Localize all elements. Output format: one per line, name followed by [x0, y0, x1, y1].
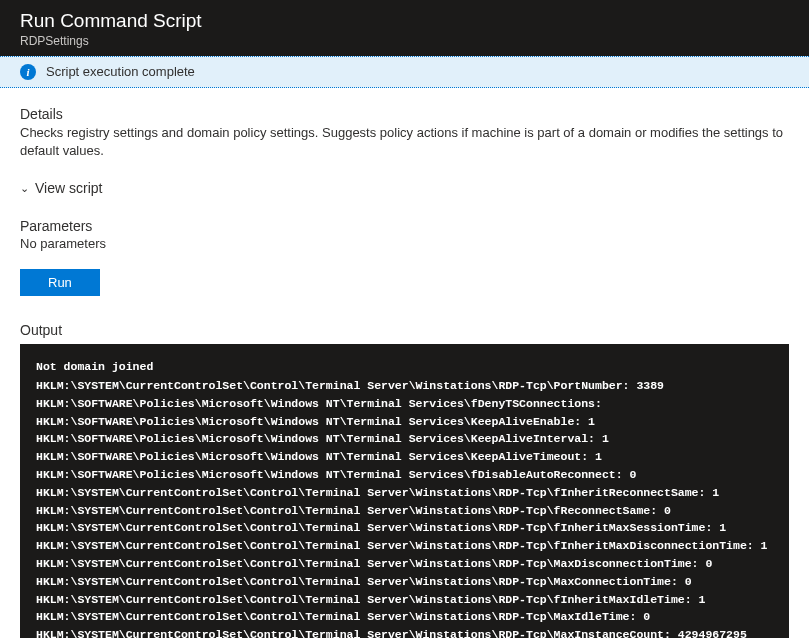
blade-header: Run Command Script RDPSettings	[0, 0, 809, 56]
content-area: Details Checks registry settings and dom…	[0, 88, 809, 638]
output-line: HKLM:\SYSTEM\CurrentControlSet\Control\T…	[36, 484, 773, 502]
parameters-section: Parameters No parameters	[20, 218, 789, 251]
output-line: Not domain joined	[36, 358, 773, 376]
info-icon: i	[20, 64, 36, 80]
output-section: Output Not domain joinedHKLM:\SYSTEM\Cur…	[20, 322, 789, 638]
run-button[interactable]: Run	[20, 269, 100, 296]
blade-subtitle: RDPSettings	[20, 34, 789, 48]
chevron-down-icon: ⌄	[20, 182, 29, 195]
output-line: HKLM:\SYSTEM\CurrentControlSet\Control\T…	[36, 626, 773, 638]
output-line: HKLM:\SYSTEM\CurrentControlSet\Control\T…	[36, 377, 773, 395]
status-message: Script execution complete	[46, 64, 195, 79]
output-line: HKLM:\SYSTEM\CurrentControlSet\Control\T…	[36, 537, 773, 555]
output-line: HKLM:\SOFTWARE\Policies\Microsoft\Window…	[36, 413, 773, 431]
status-bar: i Script execution complete	[0, 56, 809, 88]
details-section: Details Checks registry settings and dom…	[20, 106, 789, 160]
details-description: Checks registry settings and domain poli…	[20, 124, 789, 160]
parameters-empty: No parameters	[20, 236, 789, 251]
output-line: HKLM:\SYSTEM\CurrentControlSet\Control\T…	[36, 502, 773, 520]
output-line: HKLM:\SYSTEM\CurrentControlSet\Control\T…	[36, 519, 773, 537]
output-title: Output	[20, 322, 789, 338]
output-line: HKLM:\SYSTEM\CurrentControlSet\Control\T…	[36, 591, 773, 609]
output-line: HKLM:\SYSTEM\CurrentControlSet\Control\T…	[36, 555, 773, 573]
view-script-label: View script	[35, 180, 102, 196]
view-script-toggle[interactable]: ⌄ View script	[20, 180, 789, 196]
output-line: HKLM:\SOFTWARE\Policies\Microsoft\Window…	[36, 430, 773, 448]
output-console: Not domain joinedHKLM:\SYSTEM\CurrentCon…	[20, 344, 789, 638]
output-line: HKLM:\SYSTEM\CurrentControlSet\Control\T…	[36, 608, 773, 626]
details-title: Details	[20, 106, 789, 122]
output-line: HKLM:\SOFTWARE\Policies\Microsoft\Window…	[36, 466, 773, 484]
output-line: HKLM:\SOFTWARE\Policies\Microsoft\Window…	[36, 448, 773, 466]
output-line: HKLM:\SYSTEM\CurrentControlSet\Control\T…	[36, 573, 773, 591]
parameters-title: Parameters	[20, 218, 789, 234]
blade-title: Run Command Script	[20, 9, 789, 34]
output-line: HKLM:\SOFTWARE\Policies\Microsoft\Window…	[36, 395, 773, 413]
